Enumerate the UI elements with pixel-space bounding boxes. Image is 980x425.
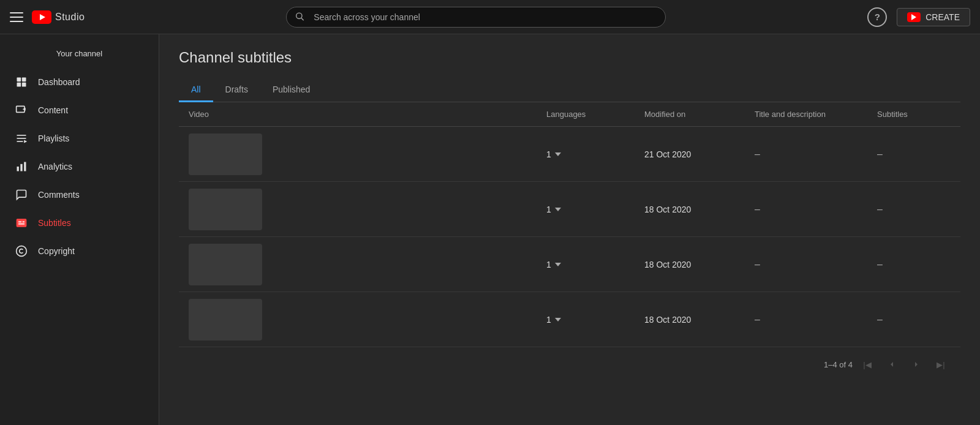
col-header-subtitles: Subtitles: [877, 110, 951, 119]
col-header-languages: Languages: [546, 110, 644, 119]
subtitles-icon: [15, 216, 28, 230]
table-row[interactable]: 1 18 Oct 2020 – –: [179, 292, 960, 347]
sidebar-item-subtitles[interactable]: Subtitles: [0, 209, 159, 237]
lang-dropdown-2[interactable]: [555, 208, 561, 211]
subtitles-cell-1: –: [877, 149, 951, 160]
svg-rect-16: [24, 162, 26, 171]
table-header: Video Languages Modified on Title and de…: [179, 102, 960, 127]
your-channel-label: Your channel: [0, 44, 159, 68]
title-desc-cell-2: –: [755, 204, 877, 215]
sidebar-item-dashboard[interactable]: Dashboard: [0, 68, 159, 96]
video-cell-4: [189, 299, 546, 340]
subtitles-cell-4: –: [877, 314, 951, 325]
prev-arrow-icon: [887, 359, 897, 369]
pagination-first-button[interactable]: |◀: [858, 355, 877, 374]
tab-published[interactable]: Published: [260, 78, 323, 102]
svg-point-21: [17, 246, 27, 257]
pagination-next-button[interactable]: [907, 355, 926, 374]
video-thumbnail-2: [189, 189, 262, 230]
svg-rect-5: [22, 78, 26, 82]
tabs-bar: All Drafts Published: [179, 78, 960, 102]
title-desc-cell-3: –: [755, 259, 877, 270]
first-page-icon: |◀: [863, 360, 871, 369]
pagination-summary: 1–4 of 4: [824, 360, 853, 369]
copyright-icon: [15, 244, 28, 258]
svg-rect-17: [17, 219, 27, 227]
svg-marker-23: [915, 362, 918, 367]
search-input[interactable]: [286, 7, 666, 28]
main-content: Channel subtitles All Drafts Published V…: [159, 34, 980, 425]
modified-cell-4: 18 Oct 2020: [644, 315, 755, 325]
sidebar-item-content[interactable]: Content: [0, 96, 159, 124]
lang-cell-4: 1: [546, 315, 644, 325]
col-header-modified: Modified on: [644, 110, 755, 119]
search-bar: [85, 7, 867, 28]
lang-dropdown-3[interactable]: [555, 263, 561, 266]
modified-cell-1: 21 Oct 2020: [644, 149, 755, 159]
lang-count-3: 1: [546, 260, 551, 269]
sidebar-label-analytics: Analytics: [38, 162, 72, 171]
body-area: Your channel Dashboard Content: [0, 34, 980, 425]
lang-count-4: 1: [546, 315, 551, 325]
create-button[interactable]: CREATE: [897, 8, 970, 26]
pagination-last-button[interactable]: ▶|: [931, 355, 951, 374]
sidebar-label-content: Content: [38, 105, 68, 115]
sidebar-item-comments[interactable]: Comments: [0, 181, 159, 209]
svg-point-2: [296, 13, 302, 18]
search-input-wrapper: [286, 7, 666, 28]
hamburger-menu-button[interactable]: [10, 10, 24, 24]
svg-line-3: [301, 18, 304, 20]
title-desc-cell-4: –: [755, 314, 877, 325]
header-right: ? CREATE: [867, 7, 970, 27]
subtitles-cell-3: –: [877, 259, 951, 270]
header-left: Studio: [10, 10, 85, 24]
pagination: 1–4 of 4 |◀ ▶|: [179, 347, 960, 382]
playlists-icon: [15, 132, 28, 145]
lang-dropdown-1[interactable]: [555, 152, 561, 156]
comments-icon: [15, 188, 28, 201]
table-row[interactable]: 1 21 Oct 2020 – –: [179, 127, 960, 182]
modified-cell-3: 18 Oct 2020: [644, 260, 755, 269]
tab-all[interactable]: All: [179, 78, 213, 102]
video-thumbnail-4: [189, 299, 262, 340]
sidebar-label-subtitles: Subtitles: [38, 218, 71, 228]
content-icon: [15, 103, 28, 117]
lang-dropdown-4[interactable]: [555, 318, 561, 322]
help-button[interactable]: ?: [867, 7, 887, 27]
sidebar-item-copyright[interactable]: Copyright: [0, 237, 159, 265]
subtitles-cell-2: –: [877, 204, 951, 215]
lang-count-1: 1: [546, 149, 551, 159]
sidebar-label-dashboard: Dashboard: [38, 77, 80, 87]
lang-count-2: 1: [546, 205, 551, 214]
table-row[interactable]: 1 18 Oct 2020 – –: [179, 237, 960, 292]
video-thumbnail-3: [189, 244, 262, 285]
svg-marker-22: [891, 362, 893, 367]
video-cell-2: [189, 189, 546, 230]
create-video-icon: [907, 12, 921, 22]
sidebar: Your channel Dashboard Content: [0, 34, 159, 425]
col-header-video: Video: [189, 110, 546, 119]
search-icon: [295, 11, 304, 23]
svg-marker-13: [24, 140, 27, 143]
pagination-prev-button[interactable]: [882, 355, 902, 374]
lang-cell-2: 1: [546, 205, 644, 214]
video-thumbnail-1: [189, 134, 262, 175]
last-page-icon: ▶|: [937, 360, 944, 369]
table-row[interactable]: 1 18 Oct 2020 – –: [179, 182, 960, 237]
sidebar-label-comments: Comments: [38, 190, 80, 200]
svg-rect-6: [17, 83, 21, 87]
create-label: CREATE: [925, 12, 960, 22]
logo-area[interactable]: Studio: [32, 10, 85, 24]
col-header-title-desc: Title and description: [755, 110, 877, 119]
sidebar-item-playlists[interactable]: Playlists: [0, 124, 159, 152]
tab-drafts[interactable]: Drafts: [213, 78, 260, 102]
lang-cell-1: 1: [546, 149, 644, 159]
youtube-logo-icon: [32, 10, 51, 24]
sidebar-item-analytics[interactable]: Analytics: [0, 152, 159, 181]
page-title: Channel subtitles: [179, 49, 960, 66]
sidebar-label-playlists: Playlists: [38, 134, 69, 143]
sidebar-label-copyright: Copyright: [38, 246, 75, 256]
video-cell-3: [189, 244, 546, 285]
title-desc-cell-1: –: [755, 149, 877, 160]
video-cell-1: [189, 134, 546, 175]
